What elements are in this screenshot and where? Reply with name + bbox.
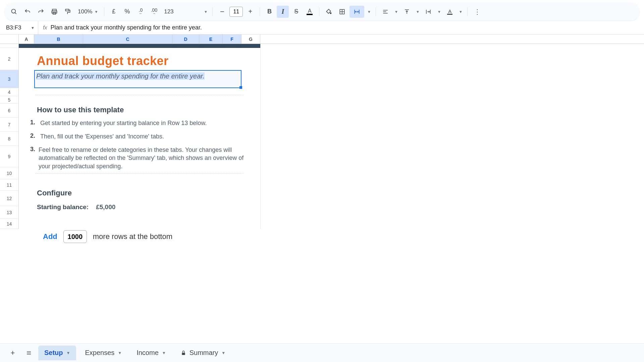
italic-button[interactable]: I: [277, 6, 289, 18]
merge-dropdown[interactable]: ▼: [366, 10, 372, 14]
separator: [376, 7, 376, 16]
percent-button[interactable]: %: [121, 6, 133, 18]
wrap-dropdown[interactable]: ▼: [436, 10, 442, 14]
select-all-corner[interactable]: [0, 35, 19, 44]
currency-button[interactable]: £: [108, 6, 120, 18]
starting-balance-value: £5,000: [96, 203, 115, 211]
row-header-1[interactable]: [0, 44, 19, 48]
svg-point-6: [330, 12, 331, 13]
chevron-down-icon: ▼: [437, 10, 441, 14]
sheet-tab-income[interactable]: Income ▼: [130, 346, 172, 360]
add-rows-button[interactable]: Add: [43, 232, 57, 241]
column-headers: ABCDEFG: [0, 35, 644, 44]
row-header-14[interactable]: 14: [0, 219, 19, 229]
divider: [36, 95, 244, 95]
halign-dropdown[interactable]: ▼: [393, 10, 399, 14]
increase-decimal-button[interactable]: .00 →: [148, 6, 160, 18]
add-sheet-button[interactable]: +: [6, 346, 19, 360]
doc-title: Annual budget tracker: [37, 54, 169, 68]
search-icon[interactable]: [8, 6, 20, 18]
sheet-tab-summary[interactable]: Summary ▼: [175, 346, 231, 360]
row-header-3[interactable]: 3: [0, 70, 19, 88]
separator: [467, 7, 468, 16]
step-text: Then, fill out the 'Expenses' and 'Incom…: [40, 132, 164, 140]
svg-point-0: [12, 9, 16, 13]
row-header-8[interactable]: 8: [0, 132, 19, 146]
step-number: 3.: [30, 146, 35, 170]
column-header-A[interactable]: A: [19, 35, 34, 44]
add-rows-control: Add more rows at the bottom: [43, 230, 172, 243]
merge-cells-button[interactable]: [350, 6, 364, 18]
add-rows-input[interactable]: [63, 230, 87, 243]
valign-dropdown[interactable]: ▼: [414, 10, 421, 14]
redo-icon[interactable]: [35, 6, 47, 18]
all-sheets-button[interactable]: [22, 346, 36, 360]
formula-input[interactable]: Plan and track your monthly spending for…: [50, 24, 641, 31]
more-toolbar-icon[interactable]: ⋮: [471, 6, 483, 18]
svg-line-1: [15, 12, 16, 14]
decrease-font-button[interactable]: −: [216, 6, 228, 18]
text-color-button[interactable]: A: [304, 6, 316, 18]
rotation-dropdown[interactable]: ▼: [457, 10, 464, 14]
row-header-2[interactable]: 2: [0, 48, 19, 70]
fx-icon: fx: [43, 25, 47, 31]
formula-bar: B3:F3 ▼ fx Plan and track your monthly s…: [0, 21, 644, 35]
increase-font-button[interactable]: +: [244, 6, 256, 18]
name-box-value: B3:F3: [6, 24, 21, 31]
number-format-button[interactable]: 123: [161, 6, 176, 18]
zoom-dropdown[interactable]: 100% ▼: [75, 8, 101, 15]
lock-icon: [181, 350, 186, 356]
column-header-E[interactable]: E: [199, 35, 223, 44]
column-header-B[interactable]: B: [34, 35, 83, 44]
sheet-tab-setup[interactable]: Setup ▼: [38, 346, 76, 360]
row-headers: 234567891011121314: [0, 44, 19, 229]
row-header-6[interactable]: 6: [0, 104, 19, 118]
divider: [36, 173, 244, 174]
column-header-C[interactable]: C: [83, 35, 172, 44]
chevron-down-icon: ▼: [31, 26, 35, 30]
paint-format-icon[interactable]: [62, 6, 74, 18]
column-header-D[interactable]: D: [172, 35, 199, 44]
grid-edge: [260, 44, 261, 229]
chevron-down-icon: ▼: [118, 351, 122, 355]
row-header-5[interactable]: 5: [0, 96, 19, 104]
zoom-value: 100%: [78, 8, 92, 15]
bold-button[interactable]: B: [263, 6, 275, 18]
print-icon[interactable]: [48, 6, 60, 18]
cells-area[interactable]: Annual budget tracker Plan and track you…: [19, 44, 644, 229]
separator: [104, 7, 104, 16]
decrease-decimal-button[interactable]: .0 ←: [135, 6, 147, 18]
undo-icon[interactable]: [21, 6, 34, 18]
spreadsheet-grid: ABCDEFG 234567891011121314 Annual budget…: [0, 35, 644, 343]
chevron-down-icon: ▼: [162, 351, 166, 355]
fill-color-button[interactable]: [323, 6, 335, 18]
row-header-11[interactable]: 11: [0, 179, 19, 191]
row-header-10[interactable]: 10: [0, 167, 19, 179]
horizontal-align-button[interactable]: [379, 6, 391, 18]
step-text: Get started by entering your starting ba…: [40, 119, 207, 127]
text-wrap-button[interactable]: [422, 6, 434, 18]
font-size-input[interactable]: [229, 7, 243, 17]
column-header-G[interactable]: G: [241, 35, 260, 44]
add-rows-suffix: more rows at the bottom: [93, 232, 172, 241]
text-rotation-button[interactable]: A: [444, 6, 456, 18]
row-header-9[interactable]: 9: [0, 146, 19, 167]
name-box[interactable]: B3:F3 ▼: [3, 21, 38, 34]
vertical-align-button[interactable]: [401, 6, 413, 18]
sheet-tab-expenses[interactable]: Expenses ▼: [79, 346, 128, 360]
column-header-F[interactable]: F: [223, 35, 241, 44]
selection-handle[interactable]: [239, 86, 242, 89]
chevron-down-icon: ▼: [367, 10, 371, 14]
chevron-down-icon: ▼: [204, 10, 208, 14]
row-header-7[interactable]: 7: [0, 118, 19, 132]
separator: [319, 7, 319, 16]
strikethrough-button[interactable]: S: [290, 6, 302, 18]
row-header-13[interactable]: 13: [0, 206, 19, 219]
row-header-12[interactable]: 12: [0, 191, 19, 206]
borders-button[interactable]: [336, 6, 348, 18]
header-band: [19, 44, 260, 48]
font-dropdown[interactable]: ▼: [202, 10, 209, 14]
howto-heading: How to use this template: [37, 106, 124, 114]
row-header-4[interactable]: 4: [0, 88, 19, 96]
tab-label: Summary: [190, 349, 218, 357]
